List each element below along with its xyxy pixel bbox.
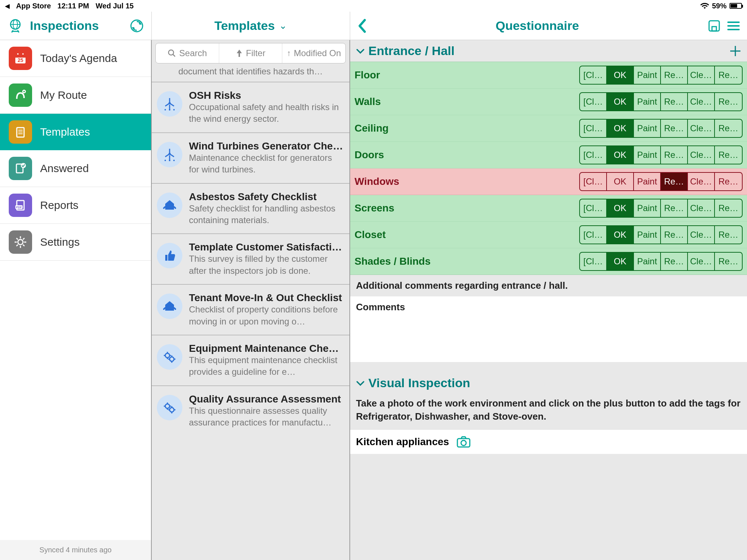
- option-button[interactable]: OK: [607, 93, 634, 110]
- option-button[interactable]: [Cl…: [580, 146, 607, 164]
- option-button[interactable]: Re…: [715, 93, 742, 110]
- sidebar-item-settings[interactable]: Settings: [0, 224, 151, 261]
- option-button[interactable]: Cle…: [688, 253, 715, 270]
- option-button[interactable]: Re…: [715, 199, 742, 217]
- template-item[interactable]: Template Customer Satisfactio… This surv…: [152, 233, 349, 284]
- sidebar-item-templates[interactable]: Templates: [0, 114, 151, 150]
- svg-point-56: [170, 357, 174, 361]
- question-rows: Floor[Cl…OKPaintRe…Cle…Re…Walls[Cl…OKPai…: [350, 62, 747, 275]
- option-button[interactable]: Re…: [661, 226, 688, 244]
- question-row: Shades / Blinds[Cl…OKPaintRe…Cle…Re…: [350, 248, 747, 275]
- option-button[interactable]: Re…: [715, 226, 742, 244]
- template-item[interactable]: Equipment Maintenance Check… This equipm…: [152, 335, 349, 385]
- option-button[interactable]: Paint: [634, 253, 661, 270]
- back-icon[interactable]: [357, 18, 368, 34]
- sidebar-item-answered[interactable]: Answered: [0, 150, 151, 187]
- option-button[interactable]: [Cl…: [580, 66, 607, 84]
- search-input[interactable]: Search: [156, 43, 219, 63]
- save-icon[interactable]: [707, 19, 721, 33]
- option-button[interactable]: Paint: [634, 173, 661, 190]
- template-item[interactable]: Wind Turbines Generator Chec… Maintenanc…: [152, 132, 349, 183]
- svg-point-16: [22, 53, 24, 55]
- template-item[interactable]: Tenant Move-In & Out Checklist Checklist…: [152, 284, 349, 335]
- sidebar-item-route[interactable]: My Route: [0, 77, 151, 114]
- option-button[interactable]: [Cl…: [580, 120, 607, 137]
- template-desc: This questionnaire assesses quality assu…: [189, 405, 344, 429]
- option-button[interactable]: OK: [607, 226, 634, 244]
- chevron-down-icon[interactable]: ⌄: [279, 20, 287, 31]
- option-button[interactable]: Cle…: [688, 199, 715, 217]
- sidebar-item-label: My Route: [40, 89, 87, 101]
- option-button[interactable]: Re…: [661, 199, 688, 217]
- option-button[interactable]: Re…: [661, 66, 688, 84]
- question-row: Ceiling[Cl…OKPaintRe…Cle…Re…: [350, 115, 747, 142]
- option-button[interactable]: OK: [607, 173, 634, 190]
- option-button[interactable]: [Cl…: [580, 253, 607, 270]
- add-section-button[interactable]: [729, 44, 742, 58]
- svg-point-55: [165, 353, 170, 358]
- svg-line-38: [173, 54, 175, 57]
- option-button[interactable]: Re…: [661, 93, 688, 110]
- sidebar-item-reports[interactable]: PDF Reports: [0, 187, 151, 224]
- option-button[interactable]: Re…: [715, 66, 742, 84]
- template-desc: This survey is filled by the customer af…: [189, 253, 344, 277]
- sort-label: Modified On: [294, 48, 341, 58]
- option-button[interactable]: Paint: [634, 199, 661, 217]
- template-icon: [157, 293, 182, 319]
- option-button[interactable]: Paint: [634, 66, 661, 84]
- svg-rect-7: [709, 21, 719, 31]
- question-label: Doors: [355, 149, 575, 161]
- option-button[interactable]: Re…: [661, 120, 688, 137]
- filter-label: Filter: [246, 48, 265, 58]
- option-button[interactable]: OK: [607, 199, 634, 217]
- section-header-visual[interactable]: Visual Inspection: [350, 372, 747, 394]
- template-title: Equipment Maintenance Check…: [189, 343, 344, 354]
- template-item[interactable]: Asbestos Safety Checklist Safety checkli…: [152, 183, 349, 234]
- option-button[interactable]: Cle…: [688, 120, 715, 137]
- option-button[interactable]: OK: [607, 146, 634, 164]
- sidebar-item-label: Today's Agenda: [40, 52, 117, 65]
- templates-list[interactable]: OSH Risks Occupational safety and health…: [152, 82, 349, 436]
- templates-title[interactable]: Templates: [214, 19, 275, 33]
- option-button[interactable]: Paint: [634, 120, 661, 137]
- option-button[interactable]: OK: [607, 253, 634, 270]
- option-button[interactable]: [Cl…: [580, 226, 607, 244]
- option-group: [Cl…OKPaintRe…Cle…Re…: [579, 92, 743, 111]
- option-button[interactable]: Cle…: [688, 146, 715, 164]
- hamburger-icon[interactable]: [727, 20, 740, 32]
- option-button[interactable]: Re…: [661, 146, 688, 164]
- photo-row[interactable]: Kitchen appliances: [350, 430, 747, 454]
- option-button[interactable]: [Cl…: [580, 93, 607, 110]
- option-button[interactable]: Cle…: [688, 173, 715, 190]
- option-button[interactable]: Paint: [634, 226, 661, 244]
- option-button[interactable]: OK: [607, 120, 634, 137]
- option-button[interactable]: Re…: [715, 253, 742, 270]
- svg-point-52: [165, 160, 166, 161]
- option-button[interactable]: Cle…: [688, 93, 715, 110]
- option-button[interactable]: Cle…: [688, 226, 715, 244]
- option-button[interactable]: Re…: [715, 173, 742, 190]
- template-item[interactable]: Quality Assurance Assessment This questi…: [152, 385, 349, 436]
- refresh-icon[interactable]: [129, 19, 144, 33]
- option-button[interactable]: Re…: [715, 146, 742, 164]
- option-button[interactable]: [Cl…: [580, 199, 607, 217]
- section-header-entrance[interactable]: Entrance / Hall: [350, 40, 747, 62]
- option-button[interactable]: Re…: [715, 120, 742, 137]
- comments-input[interactable]: Comments: [350, 296, 747, 362]
- sidebar-item-agenda[interactable]: 25 Today's Agenda: [0, 40, 151, 77]
- template-item[interactable]: OSH Risks Occupational safety and health…: [152, 82, 349, 132]
- option-button[interactable]: OK: [607, 66, 634, 84]
- camera-icon[interactable]: [456, 436, 471, 448]
- back-to-app-chevron[interactable]: ◀: [5, 3, 9, 9]
- svg-point-18: [23, 91, 25, 92]
- filter-button[interactable]: Filter: [219, 43, 283, 63]
- option-button[interactable]: Re…: [661, 253, 688, 270]
- option-button[interactable]: Paint: [634, 93, 661, 110]
- option-button[interactable]: Paint: [634, 146, 661, 164]
- sort-button[interactable]: ↑ Modified On: [282, 43, 345, 63]
- option-button[interactable]: Re…: [661, 173, 688, 190]
- option-button[interactable]: [Cl…: [580, 173, 607, 190]
- back-to-app-label[interactable]: App Store: [16, 2, 51, 10]
- globe-icon[interactable]: [7, 18, 23, 34]
- option-button[interactable]: Cle…: [688, 66, 715, 84]
